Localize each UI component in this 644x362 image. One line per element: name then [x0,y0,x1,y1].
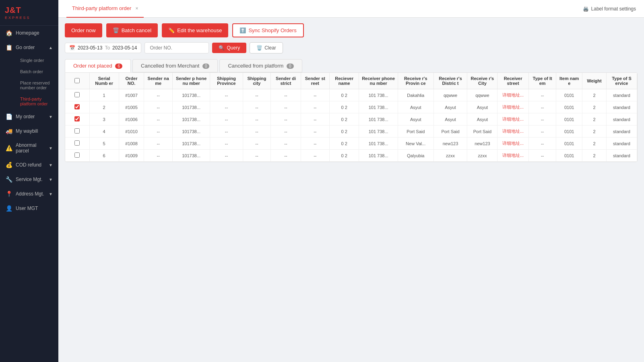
table-cell: -- [271,113,301,125]
tab-cancelled-platform[interactable]: Cancelled from platform 0 [219,59,302,72]
table-cell: Dakahlia [398,89,433,101]
col-receiver-phone: Receiver phone nu mber [359,73,398,89]
table-row: 5#1008--101738...--------0 2101 738...Ne… [65,138,637,150]
table-cell: -- [271,150,301,162]
table-cell: 2 [582,101,606,113]
sidebar-item-third-party[interactable]: Third-party platform order [14,93,58,109]
sidebar-item-reserved-order[interactable]: Place reserved number order [14,77,58,93]
table-cell: 2 [582,113,606,125]
tab-cancelled-merchant[interactable]: Cancelled from Merchant 0 [132,59,218,72]
clear-button[interactable]: 🗑️ Clear [250,42,283,53]
sidebar-item-go-order[interactable]: 📋 Go order ▲ [0,40,58,55]
col-item-name: Item nam e [556,73,582,89]
row-checkbox-cell[interactable] [65,125,89,138]
table-cell: standard [606,113,637,125]
row-checkbox-cell[interactable] [65,113,89,125]
user-icon: 👤 [6,205,12,212]
table-cell: standard [606,101,637,113]
row-checkbox[interactable] [74,116,80,121]
date-to: 2023-05-14 [112,45,137,51]
select-all-checkbox[interactable] [74,78,80,83]
sidebar-item-my-waybill[interactable]: 🚚 My waybill [0,124,58,138]
table-cell: 6 [89,150,119,162]
table-cell: 2 [89,101,119,113]
tab-label: Third-party platform order [72,5,131,11]
table-cell: zzxx [467,150,497,162]
label-format-settings[interactable]: 🖨️ Label format settings [583,6,636,12]
sidebar-item-single-order[interactable]: Single order [14,55,58,66]
table-cell: new123 [467,138,497,150]
sidebar-item-abnormal-parcel[interactable]: ⚠️ Abnormal parcel ▼ [0,138,58,158]
table-cell: 0101 [556,138,582,150]
orders-table: Serial Numb er Order NO. Sender na me Se… [65,73,637,162]
sidebar-item-label: User MGT [16,206,38,211]
sidebar-item-user-mgt[interactable]: 👤 User MGT [0,201,58,216]
trash-icon: 🗑️ [113,27,119,33]
sidebar-item-label: COD refund [16,162,41,168]
table-cell: 0 2 [330,89,359,101]
table-cell: Asyut [467,101,497,113]
table-cell: 3 [89,113,119,125]
table-cell: 详细地址... [497,89,528,101]
sync-shopify-button[interactable]: ⬆️ Sync Shopify Orders [232,23,303,37]
table-row: 6#1009--101738...--------0 2101 738...Qa… [65,150,637,162]
tab-not-placed[interactable]: Order not placed 6 [65,59,131,72]
chevron-down-icon: ▼ [49,192,53,196]
select-all-header[interactable] [65,73,89,89]
table-cell: 5 [89,138,119,150]
main-tab[interactable]: Third-party platform order × [66,0,144,18]
cod-icon: 💰 [6,162,12,168]
row-checkbox[interactable] [74,152,80,158]
table-cell: Port Said [433,125,467,138]
sidebar-item-service-mgt[interactable]: 🔧 Service Mgt. ▼ [0,172,58,187]
table-cell: #1009 [119,150,144,162]
table-cell: #1006 [119,113,144,125]
table-cell: -- [210,138,243,150]
chevron-down-icon: ▼ [49,115,53,119]
col-receiver-street: Receiver street [497,73,528,89]
row-checkbox[interactable] [74,140,80,146]
table-cell: -- [210,101,243,113]
table-cell: -- [243,138,271,150]
sidebar-go-order-submenu: Single order Batch order Place reserved … [0,55,58,109]
row-checkbox-cell[interactable] [65,101,89,113]
table-cell: 101 738... [359,113,398,125]
not-placed-badge: 6 [115,64,122,69]
col-type-item: Type of It em [528,73,556,89]
col-receiver-province: Receive r's Provin ce [398,73,433,89]
row-checkbox[interactable] [74,128,80,134]
service-icon: 🔧 [6,176,12,183]
row-checkbox[interactable] [74,92,80,97]
table-cell: qqwwe [433,89,467,101]
sidebar-item-homepage[interactable]: 🏠 Homepage [0,26,58,40]
row-checkbox-cell[interactable] [65,138,89,150]
edit-warehouse-button[interactable]: ✏️ Edit the warehouse [162,23,228,37]
order-now-button[interactable]: Order now [65,23,102,37]
sidebar-item-my-order[interactable]: 📄 My order ▼ [0,109,58,124]
batch-cancel-button[interactable]: 🗑️ Batch cancel [106,23,158,37]
query-button[interactable]: 🔍 Query [212,43,246,53]
sidebar-item-batch-order[interactable]: Batch order [14,66,58,77]
table-cell: Asyut [398,101,433,113]
table-cell: New Val... [398,138,433,150]
sidebar-item-address-mgt[interactable]: 📍 Address Mgt. ▼ [0,187,58,201]
order-number-input[interactable] [144,42,209,53]
col-sender-district: Sender di strict [271,73,301,89]
table-cell: 0 2 [330,138,359,150]
tab-close-icon[interactable]: × [135,6,138,11]
date-range-picker[interactable]: 📅 2023-05-13 To 2023-05-14 [65,43,141,53]
table-cell: 101738... [173,138,210,150]
row-checkbox[interactable] [74,104,80,109]
sidebar-item-label: My order [16,114,35,119]
printer-icon: 🖨️ [583,6,589,12]
row-checkbox-cell[interactable] [65,89,89,101]
col-type-service: Type of S ervice [606,73,637,89]
table-cell: 101738... [173,150,210,162]
table-cell: -- [243,125,271,138]
sidebar-item-cod-refund[interactable]: 💰 COD refund ▼ [0,158,58,172]
table-cell: standard [606,138,637,150]
chevron-down-icon: ▼ [49,146,53,150]
row-checkbox-cell[interactable] [65,150,89,162]
table-cell: 101 738... [359,138,398,150]
table-cell: Port Said [398,125,433,138]
